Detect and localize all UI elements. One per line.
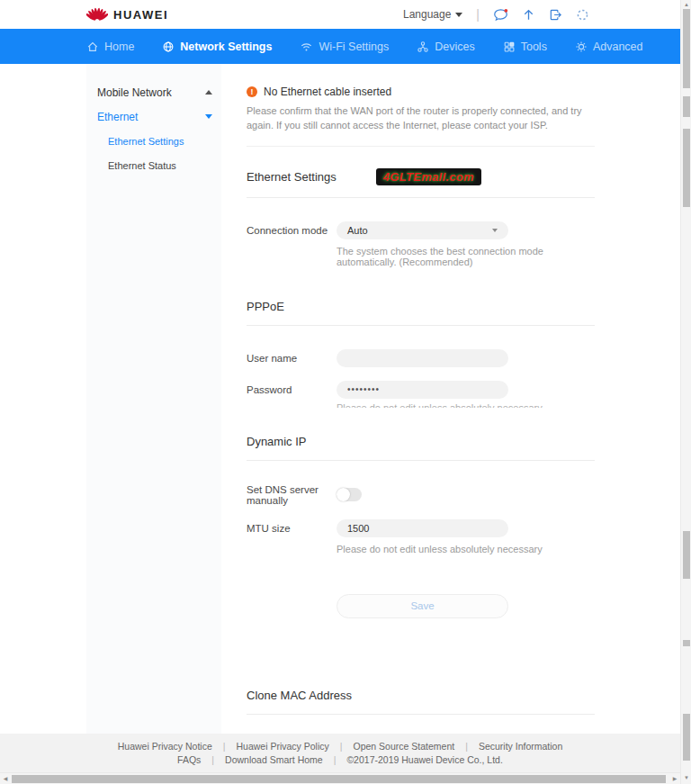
mtu-size-field[interactable]: [337, 519, 508, 537]
section-title-dynamic-ip: Dynamic IP: [247, 435, 306, 448]
scrollbar-thumb[interactable]: [12, 775, 666, 783]
scroll-left-arrow-icon[interactable]: ◀: [0, 773, 11, 784]
sidebar-item-ethernet-settings[interactable]: Ethernet Settings: [86, 129, 221, 153]
home-icon: [86, 41, 99, 53]
section-title-pppoe: PPPoE: [247, 300, 284, 313]
sidebar-item-label: Ethernet: [97, 111, 138, 123]
section-divider: [247, 197, 595, 198]
chevron-down-icon: [205, 114, 212, 119]
gear-icon: [575, 41, 588, 53]
section-title-ethernet-settings: Ethernet Settings: [247, 170, 337, 184]
password-hint-clipped: Please do not edit unless absolutely nec…: [337, 402, 595, 408]
footer: Huawei Privacy Notice | Huawei Privacy P…: [0, 734, 680, 772]
tab-home[interactable]: Home: [86, 41, 134, 53]
scrollbar-thumb[interactable]: [683, 96, 690, 117]
horizontal-scrollbar[interactable]: ◀ ▶: [0, 772, 680, 784]
footer-separator: |: [465, 741, 468, 752]
tab-advanced[interactable]: Advanced: [575, 41, 643, 53]
footer-link-privacy-policy[interactable]: Huawei Privacy Policy: [236, 741, 328, 752]
footer-link-faqs[interactable]: FAQs: [177, 754, 201, 765]
scroll-up-arrow-icon[interactable]: ▲: [681, 0, 691, 9]
tools-grid-icon: [503, 41, 516, 53]
tab-label: Network Settings: [180, 41, 272, 53]
section-divider: [247, 460, 595, 461]
header-controls: Language |: [403, 7, 589, 22]
scrollbar-thumb[interactable]: [683, 531, 690, 579]
scroll-down-arrow-icon[interactable]: ▼: [681, 773, 691, 782]
header-divider: |: [476, 7, 480, 22]
tab-label: Wi-Fi Settings: [319, 41, 389, 53]
footer-link-privacy-notice[interactable]: Huawei Privacy Notice: [118, 741, 212, 752]
scrollbar-thumb[interactable]: [683, 640, 690, 646]
connection-mode-hint: The system chooses the best connection m…: [337, 246, 595, 267]
tab-devices[interactable]: Devices: [417, 41, 474, 53]
chat-bubble-icon[interactable]: [493, 8, 508, 22]
tab-label: Tools: [521, 41, 547, 53]
spinner-icon: [576, 8, 589, 22]
language-label: Language: [403, 8, 451, 21]
huawei-petals-icon: [86, 7, 108, 23]
connection-mode-value: Auto: [347, 225, 368, 236]
logout-icon[interactable]: [549, 8, 562, 22]
sidebar-subitem-label: Ethernet Settings: [108, 136, 184, 147]
top-header: HUAWEI Language |: [0, 0, 691, 29]
footer-separator: |: [211, 754, 214, 765]
tab-tools[interactable]: Tools: [503, 41, 547, 53]
dns-manual-toggle[interactable]: [337, 488, 362, 501]
chevron-down-icon: [455, 13, 462, 17]
mtu-size-label: MTU size: [247, 523, 337, 534]
devices-icon: [417, 41, 429, 53]
tab-network-settings[interactable]: Network Settings: [162, 41, 272, 53]
username-field[interactable]: [337, 349, 508, 367]
footer-separator: |: [334, 754, 337, 765]
chevron-down-icon: [492, 229, 498, 232]
tab-label: Home: [104, 41, 134, 53]
password-field[interactable]: [337, 381, 508, 399]
footer-link-download-smart-home[interactable]: Download Smart Home: [225, 754, 323, 765]
alert-title: No Ethernet cable inserted: [264, 86, 391, 98]
sidebar-item-ethernet[interactable]: Ethernet: [86, 104, 221, 129]
sidebar: Mobile Network Ethernet Ethernet Setting…: [86, 64, 221, 734]
scroll-right-arrow-icon[interactable]: ▶: [669, 773, 680, 784]
huawei-logo: HUAWEI: [86, 7, 168, 23]
footer-link-security-info[interactable]: Security Information: [479, 741, 562, 752]
footer-separator: |: [340, 741, 343, 752]
main-nav: Home Network Settings Wi-Fi Settings: [0, 29, 680, 64]
sidebar-item-label: Mobile Network: [97, 86, 172, 99]
scrollbar-thumb[interactable]: [683, 9, 690, 88]
section-divider: [247, 714, 595, 715]
content-area: Mobile Network Ethernet Ethernet Setting…: [0, 64, 680, 734]
up-arrow-icon[interactable]: [522, 8, 535, 22]
globe-icon: [162, 41, 175, 53]
password-label: Password: [247, 384, 337, 395]
wifi-icon: [300, 41, 313, 53]
footer-copyright: ©2017-2019 Huawei Device Co., Ltd.: [346, 754, 503, 765]
section-divider: [247, 325, 595, 326]
vertical-scrollbar[interactable]: ▲ ▼: [680, 0, 691, 784]
footer-separator: |: [223, 741, 226, 752]
language-dropdown[interactable]: Language: [403, 8, 462, 21]
mtu-hint: Please do not edit unless absolutely nec…: [337, 544, 595, 554]
brand-name: HUAWEI: [113, 8, 168, 22]
tab-wifi-settings[interactable]: Wi-Fi Settings: [300, 41, 389, 53]
connection-mode-select[interactable]: Auto: [337, 221, 508, 239]
router-admin-page: HUAWEI Language |: [0, 0, 691, 784]
footer-link-open-source[interactable]: Open Source Statement: [354, 741, 455, 752]
tab-label: Advanced: [593, 41, 643, 53]
scrollbar-thumb[interactable]: [683, 129, 690, 207]
sidebar-item-ethernet-status[interactable]: Ethernet Status: [86, 153, 221, 177]
warning-icon: !: [247, 86, 257, 97]
sidebar-item-mobile-network[interactable]: Mobile Network: [86, 80, 221, 104]
save-button[interactable]: Save: [337, 594, 508, 618]
watermark-logo: 4GLTEmall.com: [376, 168, 481, 185]
toggle-knob: [337, 488, 350, 501]
connection-mode-label: Connection mode: [247, 225, 337, 236]
scrollbar-thumb[interactable]: [683, 714, 690, 761]
ethernet-alert: ! No Ethernet cable inserted Please conf…: [247, 86, 595, 147]
dns-toggle-label: Set DNS server manually: [247, 484, 337, 506]
section-title-clone-mac: Clone MAC Address: [247, 689, 352, 702]
main-panel: ! No Ethernet cable inserted Please conf…: [247, 64, 595, 734]
username-label: User name: [247, 353, 337, 364]
sidebar-subitem-label: Ethernet Status: [108, 160, 176, 171]
alert-description: Please confirm that the WAN port of the …: [247, 104, 595, 133]
